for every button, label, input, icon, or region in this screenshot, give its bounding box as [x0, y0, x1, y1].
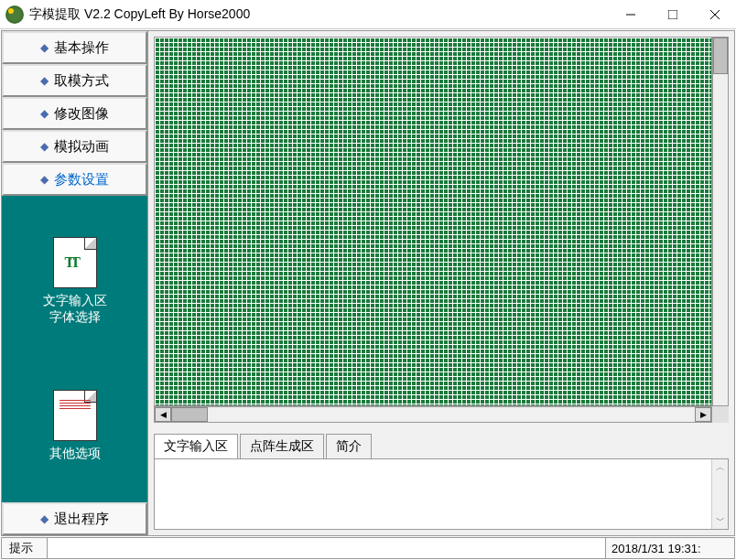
input-scroll-up-button[interactable]: ︿	[712, 459, 728, 476]
minimize-button[interactable]	[610, 0, 652, 29]
horizontal-scroll-thumb[interactable]	[171, 407, 208, 422]
maximize-button[interactable]	[652, 0, 694, 29]
menu-modify-image[interactable]: ◆ 修改图像	[2, 97, 147, 130]
teal-panel: 文字输入区字体选择 其他选项	[2, 196, 147, 502]
app-icon	[5, 5, 24, 24]
main-area: ◆ 基本操作 ◆ 取模方式 ◆ 修改图像 ◆ 模拟动画 ◆ 参数设置 文字输入区…	[1, 30, 735, 536]
horizontal-scrollbar[interactable]: ◀ ▶	[154, 406, 712, 423]
exit-button[interactable]: ◆ 退出程序	[2, 502, 147, 535]
maximize-icon	[668, 10, 677, 19]
titlebar: 字模提取 V2.2 CopyLeft By Horse2000	[0, 0, 736, 29]
diamond-icon: ◆	[40, 74, 49, 87]
diamond-icon: ◆	[40, 512, 49, 525]
diamond-icon: ◆	[40, 107, 49, 120]
menu-label: 基本操作	[54, 39, 109, 57]
dot-scroll-container	[154, 37, 729, 406]
close-icon	[710, 10, 720, 19]
menu-extract-mode[interactable]: ◆ 取模方式	[2, 64, 147, 97]
diamond-icon: ◆	[40, 140, 49, 153]
tab-intro[interactable]: 简介	[326, 434, 372, 458]
status-hint-label: 提示	[2, 538, 48, 558]
font-document-icon	[53, 237, 97, 288]
dot-matrix-canvas[interactable]	[154, 37, 712, 406]
status-message	[48, 538, 606, 558]
tab-dot-gen[interactable]: 点阵生成区	[240, 434, 324, 458]
minimize-icon	[626, 10, 635, 19]
note-document-icon	[53, 390, 97, 441]
menu-simulate-anim[interactable]: ◆ 模拟动画	[2, 130, 147, 163]
svg-rect-1	[668, 10, 677, 19]
status-datetime: 2018/1/31 19:31:	[606, 538, 734, 558]
input-scroll-down-button[interactable]: ﹀	[712, 512, 728, 529]
scroll-right-button[interactable]: ▶	[695, 407, 711, 422]
horizontal-scroll-wrapper: ◀ ▶	[154, 406, 729, 423]
menu-label: 参数设置	[54, 171, 109, 188]
dot-matrix-wrapper: ◀ ▶	[148, 31, 734, 428]
panel-label: 文字输入区字体选择	[43, 292, 107, 325]
title-text: 字模提取 V2.2 CopyLeft By Horse2000	[29, 6, 610, 23]
text-input-area[interactable]: ︿ ﹀	[154, 458, 729, 530]
panel-label: 其他选项	[49, 445, 101, 461]
menu-label: 修改图像	[54, 105, 109, 123]
scroll-left-button[interactable]: ◀	[155, 407, 171, 422]
font-select-item[interactable]: 文字输入区字体选择	[43, 237, 107, 325]
vertical-scrollbar[interactable]	[712, 37, 729, 406]
close-button[interactable]	[694, 0, 736, 29]
exit-label: 退出程序	[54, 511, 109, 528]
input-vertical-scrollbar[interactable]: ︿ ﹀	[711, 459, 728, 529]
tab-text-input[interactable]: 文字输入区	[154, 434, 238, 458]
tabs: 文字输入区 点阵生成区 简介	[154, 434, 729, 458]
sidebar: ◆ 基本操作 ◆ 取模方式 ◆ 修改图像 ◆ 模拟动画 ◆ 参数设置 文字输入区…	[2, 31, 148, 535]
diamond-icon: ◆	[40, 41, 49, 54]
diamond-icon: ◆	[40, 173, 49, 186]
tabs-area: 文字输入区 点阵生成区 简介	[148, 428, 734, 458]
scroll-corner	[712, 406, 729, 423]
other-options-item[interactable]: 其他选项	[49, 390, 101, 461]
horizontal-scroll-track[interactable]	[171, 407, 695, 422]
statusbar: 提示 2018/1/31 19:31:	[1, 537, 735, 559]
menu-param-settings[interactable]: ◆ 参数设置	[2, 163, 147, 196]
menu-label: 取模方式	[54, 72, 109, 90]
window-controls	[610, 0, 736, 29]
menu-label: 模拟动画	[54, 138, 109, 156]
content-area: ◀ ▶ 文字输入区 点阵生成区 简介 ︿ ﹀	[148, 31, 734, 535]
vertical-scroll-thumb[interactable]	[713, 38, 728, 74]
menu-basic-ops[interactable]: ◆ 基本操作	[2, 31, 147, 64]
